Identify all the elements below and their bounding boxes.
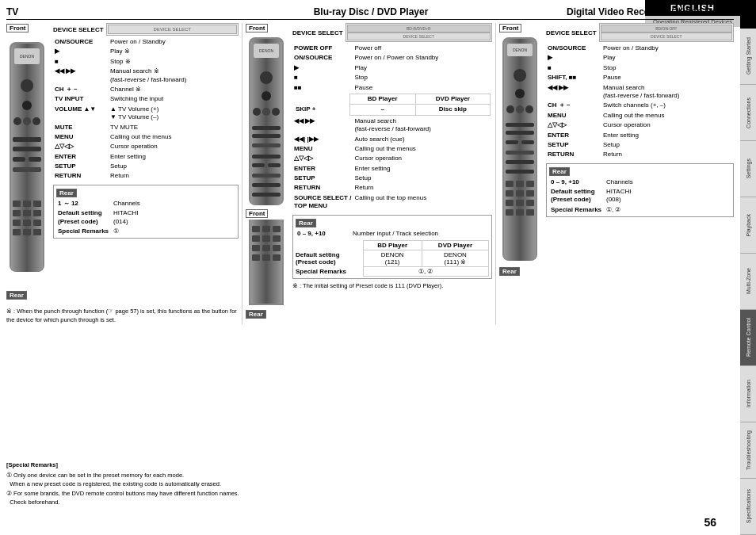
svg-text:DENON: DENON <box>259 48 273 53</box>
main-content: TV Blu-ray Disc / DVD Player Digital Vid… <box>0 0 740 535</box>
svg-point-6 <box>13 117 21 125</box>
svg-point-32 <box>253 108 261 116</box>
svg-text:DENON: DENON <box>20 54 34 59</box>
table-row: VOLUME ▲▼ ▲ TV Volume (+)▼ TV Volume (–) <box>53 105 239 123</box>
row-value: ①, ② <box>605 205 731 215</box>
row-key: MUTE <box>53 123 109 132</box>
svg-rect-74 <box>506 181 514 187</box>
tv-remote-svg: DENON <box>6 34 48 288</box>
row-value: Channels <box>112 199 235 208</box>
table-row: ON/SOURCE Power on / Power on Standby <box>292 53 492 63</box>
row-key: MENU <box>53 132 109 142</box>
table-row: Special Remarks ①, ② <box>296 267 489 277</box>
blu-rear-section: Rear 0 – 9, +10 Number input / Track sel… <box>292 215 492 279</box>
dvr-section-header: Digital Video Recorder / Video Deck <box>494 6 734 17</box>
table-row: 0 – 9, +10 Channels <box>549 178 731 187</box>
svg-rect-70 <box>521 140 534 144</box>
tv-front-label: Front <box>6 24 29 32</box>
svg-point-63 <box>515 89 525 98</box>
table-row: ENTER Enter setting <box>53 152 239 162</box>
tab-settings[interactable]: Settings <box>740 141 756 197</box>
svg-rect-27 <box>250 39 282 205</box>
svg-rect-84 <box>516 209 524 216</box>
special-val: ①, ② <box>363 267 489 277</box>
svg-rect-20 <box>13 220 21 226</box>
preset-dvd: DENON(111) ※ <box>422 250 488 267</box>
tv-title: TV <box>6 6 18 17</box>
table-row: SETUP Setup <box>53 162 239 171</box>
skip-bd: – <box>349 105 415 115</box>
blu-section-header: Blu-ray Disc / DVD Player <box>248 6 494 17</box>
tab-getting-started[interactable]: Getting Started <box>740 29 756 85</box>
svg-rect-21 <box>23 220 31 226</box>
skip-header-row: BD Player DVD Player SKIP + – Disc skip <box>292 93 492 117</box>
blu-remote-top-svg: DENON <box>246 34 287 208</box>
note-2: ② For some brands, the DVD remote contro… <box>6 489 466 507</box>
row-key: MENU <box>292 144 353 154</box>
star-symbol: ※ <box>6 308 12 315</box>
blu-front-table: POWER OFF Power off ON/SOURCE Power on /… <box>292 44 492 212</box>
svg-rect-36 <box>252 134 281 138</box>
row-value: Power off <box>353 44 492 53</box>
table-row: ON/SOURCE Power on / Standby <box>546 44 734 53</box>
row-key: Default setting(Preset code) <box>56 208 112 227</box>
blu-rear-split-table: BD Player DVD Player Default setting(Pre… <box>296 240 489 277</box>
dvr-device-select-img: BD/ON·OFF DEVICE SELECT <box>599 23 734 42</box>
blu-column: Front DENON <box>242 23 496 324</box>
tv-rear-section: Rear 1 ～ 12 Channels Default setting(Pre… <box>53 185 239 239</box>
row-value: Play ※ <box>109 47 239 56</box>
row-key: Default setting(Preset code) <box>549 187 605 205</box>
blu-remote: Front DENON <box>246 23 289 320</box>
table-row: Special Remarks ①, ② <box>549 205 731 215</box>
svg-rect-78 <box>516 190 524 197</box>
preset-key: Default setting(Preset code) <box>296 250 363 267</box>
row-value: Number input / Track selection <box>351 229 489 239</box>
dvr-rear-label: Rear <box>499 267 520 276</box>
blu-rear-table: 0 – 9, +10 Number input / Track selectio… <box>296 229 489 239</box>
tab-troubleshooting[interactable]: Troubleshooting <box>740 422 756 479</box>
svg-rect-12 <box>29 157 41 162</box>
table-row: ◀◀| |▶▶ Auto search (cue) <box>292 135 492 144</box>
row-key: ◀◀ ▶▶ <box>53 67 109 85</box>
table-row: △▽◁▷ Cursor operation <box>53 142 239 151</box>
svg-rect-55 <box>252 254 260 261</box>
tv-section-header: TV <box>6 6 248 17</box>
row-value: Return <box>109 171 239 181</box>
row-value: Power on / Standby <box>601 44 734 53</box>
row-key: CH ＋－ <box>53 85 109 94</box>
skip-dvd: Disc skip <box>415 105 490 115</box>
svg-point-7 <box>32 117 40 125</box>
svg-point-62 <box>514 69 526 82</box>
tab-information[interactable]: Information <box>740 366 756 422</box>
svg-rect-41 <box>252 174 281 178</box>
svg-rect-35 <box>252 126 281 130</box>
svg-rect-10 <box>13 147 41 151</box>
blu-front-label2: Front <box>246 208 289 220</box>
svg-rect-39 <box>252 163 265 167</box>
svg-rect-75 <box>516 181 524 187</box>
dvr-rear-section: Rear 0 – 9, +10 Channels Default setting… <box>546 163 734 218</box>
svg-rect-85 <box>526 209 534 216</box>
row-key: ENTER <box>292 164 353 174</box>
dvr-table: DEVICE SELECT BD/ON·OFF DEVICE SELECT ON… <box>546 23 734 277</box>
row-key: POWER OFF <box>292 44 353 53</box>
row-value: Cursor operation <box>353 154 492 163</box>
table-row: BD Player DVD Player <box>296 241 489 250</box>
row-value: TV MUTE <box>109 123 239 132</box>
svg-rect-14 <box>13 201 21 207</box>
tab-specifications[interactable]: Specifications <box>740 479 756 535</box>
svg-rect-52 <box>252 245 260 251</box>
table-row: CH ＋－ Channel ※ <box>53 85 239 94</box>
row-key: SOURCE SELECT /TOP MENU <box>292 193 353 212</box>
row-value: Enter setting <box>601 131 734 140</box>
tab-playback[interactable]: Playback <box>740 197 756 254</box>
tab-remote-control[interactable]: Remote Control <box>740 310 756 366</box>
table-row: ENTER Enter setting <box>546 131 734 140</box>
row-key: ENTER <box>53 152 109 162</box>
row-key <box>294 94 349 104</box>
row-value: Stop <box>353 73 492 82</box>
tab-multizone[interactable]: Multi-Zone <box>740 254 756 310</box>
table-row: ■ Stop <box>292 73 492 82</box>
tab-connections[interactable]: Connections <box>740 85 756 141</box>
row-value: Calling out the top menus <box>353 193 492 212</box>
